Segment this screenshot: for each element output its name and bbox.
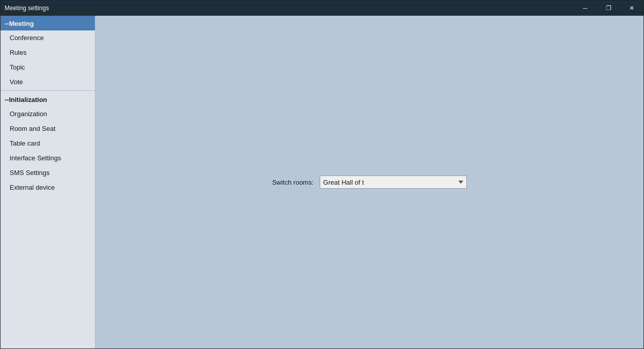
sidebar-item-table-card[interactable]: Table card bbox=[1, 136, 95, 151]
sidebar-item-conference[interactable]: Conference bbox=[1, 30, 95, 45]
switch-rooms-container: Switch rooms: Great Hall of t Conference… bbox=[272, 176, 467, 189]
content-area: --Meeting Conference Rules Topic Vote --… bbox=[1, 16, 643, 348]
restore-button[interactable]: ❐ bbox=[597, 1, 620, 16]
sidebar-meeting-header[interactable]: --Meeting bbox=[1, 16, 95, 30]
title-bar: Meeting settings ─ ❐ ✕ bbox=[1, 1, 643, 16]
switch-rooms-select[interactable]: Great Hall of t Conference Room A Confer… bbox=[320, 176, 467, 189]
main-content: Switch rooms: Great Hall of t Conference… bbox=[95, 16, 643, 348]
sidebar-item-room-and-seat[interactable]: Room and Seat bbox=[1, 121, 95, 136]
sidebar-item-vote[interactable]: Vote bbox=[1, 75, 95, 89]
sidebar-item-organization[interactable]: Organization bbox=[1, 107, 95, 121]
window: Meeting settings ─ ❐ ✕ --Meeting Confere… bbox=[0, 0, 644, 349]
switch-rooms-label: Switch rooms: bbox=[272, 179, 314, 186]
sidebar-item-interface-settings[interactable]: Interface Settings bbox=[1, 151, 95, 165]
sidebar-item-topic[interactable]: Topic bbox=[1, 60, 95, 75]
title-bar-controls: ─ ❐ ✕ bbox=[573, 1, 643, 16]
sidebar: --Meeting Conference Rules Topic Vote --… bbox=[1, 16, 95, 348]
sidebar-item-sms-settings[interactable]: SMS Settings bbox=[1, 165, 95, 180]
sidebar-initialization-header[interactable]: --Initialization bbox=[1, 92, 95, 107]
close-button[interactable]: ✕ bbox=[620, 1, 643, 16]
sidebar-item-external-device[interactable]: External device bbox=[1, 180, 95, 195]
sidebar-divider bbox=[1, 90, 95, 91]
window-title: Meeting settings bbox=[5, 5, 49, 12]
minimize-button[interactable]: ─ bbox=[573, 1, 597, 16]
sidebar-item-rules[interactable]: Rules bbox=[1, 45, 95, 60]
